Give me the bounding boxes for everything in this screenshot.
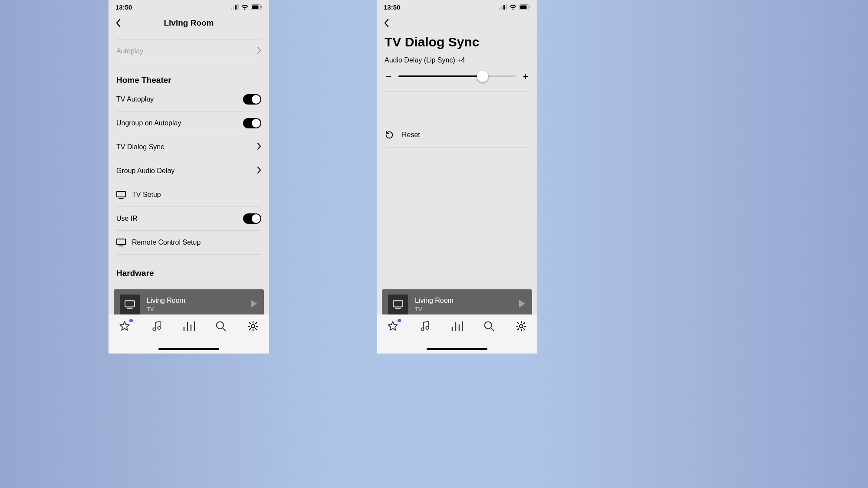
- svg-rect-22: [499, 8, 500, 10]
- svg-rect-2: [235, 5, 237, 10]
- play-button[interactable]: [250, 299, 258, 310]
- mini-player-art: [388, 295, 408, 314]
- battery-icon: [251, 4, 262, 10]
- slider-fill: [398, 75, 483, 77]
- tab-settings[interactable]: [514, 320, 529, 333]
- notification-dot-icon: [129, 319, 133, 322]
- row-tv-setup[interactable]: TV Setup: [116, 183, 261, 207]
- battery-icon: [519, 4, 530, 10]
- status-icons: [231, 4, 262, 10]
- svg-rect-29: [393, 301, 403, 307]
- slider-label: Audio Delay (Lip Sync) +4: [385, 56, 529, 64]
- row-label: Ungroup on Autoplay: [116, 119, 181, 127]
- spacer: [385, 92, 529, 122]
- tab-favorites[interactable]: [385, 320, 400, 333]
- row-label: TV Dialog Sync: [116, 143, 164, 151]
- svg-rect-28: [529, 6, 530, 8]
- chevron-right-icon: [257, 47, 261, 56]
- play-button[interactable]: [518, 299, 526, 310]
- mini-player-text: Living Room TV: [415, 296, 518, 313]
- tab-rooms[interactable]: [450, 320, 464, 333]
- plus-button[interactable]: +: [522, 71, 529, 82]
- reset-button[interactable]: Reset: [385, 122, 529, 148]
- svg-rect-6: [261, 6, 262, 8]
- star-icon: [119, 321, 130, 332]
- star-icon: [387, 321, 398, 332]
- slider-track[interactable]: [398, 75, 516, 77]
- status-bar: 13:50: [108, 0, 269, 14]
- gear-icon: [516, 321, 527, 332]
- back-button[interactable]: [113, 18, 123, 28]
- play-icon: [518, 299, 526, 308]
- tab-search[interactable]: [482, 320, 496, 333]
- wifi-icon: [509, 4, 517, 10]
- row-tv-autoplay[interactable]: TV Autoplay: [116, 88, 261, 111]
- audio-delay-slider[interactable]: − +: [385, 71, 529, 82]
- toggle-use-ir[interactable]: [243, 213, 261, 224]
- tab-favorites[interactable]: [117, 320, 132, 333]
- header: [377, 14, 537, 32]
- mini-player-art: [120, 295, 140, 314]
- home-indicator[interactable]: [427, 348, 487, 350]
- minus-button[interactable]: −: [385, 71, 392, 82]
- cellular-icon: [231, 4, 239, 10]
- music-icon: [420, 321, 430, 332]
- gear-icon: [247, 321, 259, 332]
- search-icon: [483, 321, 495, 332]
- svg-rect-1: [233, 7, 234, 10]
- tab-bar: [108, 314, 269, 354]
- tab-music[interactable]: [418, 320, 432, 333]
- chevron-right-icon: [257, 167, 261, 175]
- row-label: Use IR: [116, 215, 138, 223]
- page-title: TV Dialog Sync: [385, 32, 529, 56]
- back-button[interactable]: [381, 18, 391, 28]
- mini-player-title: Living Room: [147, 296, 250, 305]
- equalizer-icon: [183, 321, 195, 331]
- mini-player-sub: TV: [147, 306, 250, 313]
- svg-point-19: [217, 322, 224, 329]
- svg-point-39: [519, 324, 523, 328]
- row-label: Autoplay: [116, 47, 143, 55]
- svg-line-38: [491, 328, 494, 331]
- chevron-left-icon: [383, 19, 389, 27]
- svg-point-37: [485, 322, 492, 329]
- tv-icon: [116, 239, 126, 246]
- row-ungroup-autoplay[interactable]: Ungroup on Autoplay: [116, 111, 261, 135]
- toggle-ungroup-autoplay[interactable]: [243, 118, 261, 128]
- svg-rect-23: [501, 7, 503, 10]
- svg-rect-24: [503, 5, 505, 10]
- cellular-icon: [499, 4, 507, 10]
- svg-line-20: [223, 328, 226, 331]
- row-remote-setup[interactable]: Remote Control Setup: [116, 231, 261, 255]
- mini-player-sub: TV: [415, 306, 518, 313]
- reset-label: Reset: [402, 131, 420, 139]
- slider-thumb[interactable]: [477, 71, 488, 82]
- tab-bar: [377, 314, 537, 354]
- toggle-tv-autoplay[interactable]: [243, 94, 261, 105]
- search-icon: [215, 321, 227, 332]
- row-tv-dialog-sync[interactable]: TV Dialog Sync: [116, 135, 261, 159]
- svg-rect-11: [125, 301, 135, 307]
- tab-music[interactable]: [149, 320, 164, 333]
- notification-dot-icon: [398, 319, 401, 322]
- phone-tv-dialog-sync: 13:50 TV Dialog Sync Audio Delay (Lip Sy…: [377, 0, 537, 354]
- tab-search[interactable]: [214, 320, 228, 333]
- row-group-audio-delay[interactable]: Group Audio Delay: [116, 159, 261, 183]
- status-time: 13:50: [384, 3, 400, 11]
- section-home-theater: Home Theater: [116, 75, 261, 85]
- row-label: TV Setup: [116, 191, 161, 199]
- svg-rect-3: [237, 4, 239, 10]
- row-use-ir[interactable]: Use IR: [116, 207, 261, 231]
- home-indicator[interactable]: [158, 348, 219, 350]
- tab-rooms[interactable]: [181, 320, 196, 333]
- svg-rect-7: [117, 191, 125, 197]
- tab-settings[interactable]: [246, 320, 260, 333]
- tv-icon: [393, 300, 403, 309]
- row-label: Group Audio Delay: [116, 167, 174, 175]
- svg-point-21: [251, 324, 255, 328]
- play-icon: [250, 299, 258, 308]
- row-autoplay[interactable]: Autoplay: [116, 39, 261, 63]
- tv-icon: [116, 191, 126, 199]
- svg-rect-5: [252, 5, 259, 9]
- music-icon: [151, 321, 162, 332]
